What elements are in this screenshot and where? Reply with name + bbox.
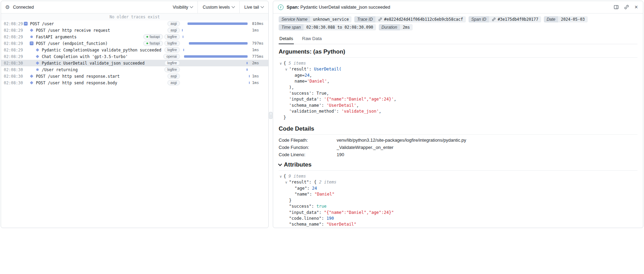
code-token: : [307, 186, 312, 191]
code-detail-label: Code Function: [279, 145, 337, 150]
code-token: 'schema_name' [289, 103, 321, 108]
collapse-toggle-icon[interactable] [24, 22, 28, 26]
tag-list: logfire [162, 60, 182, 66]
span-title-text: Pydantic UserDetail validate_json succee… [300, 4, 390, 10]
code-token: "result" [289, 180, 309, 185]
close-icon[interactable] [634, 4, 638, 10]
trace-row[interactable]: 02:08:30POST /user http send response.st… [1, 73, 268, 79]
collapse-toggle-icon[interactable] [30, 41, 33, 45]
meta-badge-label: Time span [279, 24, 304, 30]
tag-list: asgi [165, 80, 182, 85]
span-name-label: POST /user [30, 21, 54, 26]
code-line: { 5 items [279, 60, 637, 66]
tag-logfire[interactable]: logfire [164, 34, 180, 39]
tag-logfire[interactable]: logfire [164, 41, 180, 46]
tab-details[interactable]: Details [279, 34, 294, 44]
tag-logfire[interactable]: logfire [164, 60, 180, 66]
tag-asgi[interactable]: asgi [167, 28, 180, 33]
dot-span-icon [36, 68, 39, 71]
span-name-label: FastAPI arguments [36, 35, 77, 39]
tab-raw-data[interactable]: Raw Data [301, 34, 323, 44]
duration-bar-track [182, 40, 250, 47]
code-details-grid: Code Filepath:venv/lib/python3.12/site-p… [279, 138, 637, 157]
dot-span-icon [30, 36, 33, 38]
duration-bar [188, 22, 248, 25]
meta-badge-value[interactable]: #3e175db4f0b20177 [489, 16, 541, 22]
code-token: , [379, 109, 381, 114]
code-token: 5 items [286, 61, 306, 66]
tag-logfire[interactable]: logfire [164, 67, 180, 72]
meta-badge-value[interactable]: #e8224d24d41f064b112c6eb9cb58cacf [375, 16, 465, 22]
code-line: 'input_data': '{"name":"Daniel","age":24… [279, 96, 637, 102]
tag-fastapi[interactable]: fastapi [143, 34, 163, 39]
code-token: : [309, 192, 314, 197]
code-token: : [321, 222, 326, 227]
trace-row[interactable]: 02:08:30POST /user http send response.bo… [1, 79, 268, 86]
trace-row[interactable]: 02:08:30/User returninglogfire [1, 66, 268, 73]
code-details-heading: Code Details [279, 125, 637, 135]
code-detail-value: _ValidateWrapper._on_enter [337, 145, 637, 150]
duration-label: 1ms [250, 74, 268, 78]
trace-row[interactable]: 02:08:29Pydantic CompletionUsage validat… [1, 47, 268, 53]
trace-row[interactable]: 02:08:30Pydantic UserDetail validate_jso… [1, 60, 268, 66]
collapse-caret-icon[interactable] [284, 179, 288, 185]
meta-badge-label: Duration [379, 24, 400, 30]
trace-timestamp: 02:08:29 [1, 48, 24, 53]
code-token: "code.lineno" [289, 216, 321, 221]
tag-list: fastapilogfire [141, 41, 182, 46]
trace-timestamp: 02:08:30 [1, 81, 24, 85]
live-tail-dropdown[interactable]: Live tail [239, 1, 268, 13]
code-line: "age": 24 [279, 186, 637, 191]
meta-badge: Date2024-05-03 [544, 16, 588, 22]
code-line: "schema_name": "UserDetail" [279, 221, 637, 227]
link-icon [378, 17, 382, 21]
code-line: } [279, 115, 637, 121]
trace-row-main: POST /user http send response.start [24, 74, 165, 79]
code-line: ), [279, 85, 637, 91]
tag-logfire[interactable]: logfire [164, 47, 180, 53]
app: Connected Visibility Custom levels Live … [0, 0, 644, 229]
dock-panel-icon[interactable] [614, 4, 619, 10]
code-line: "name": "Daniel" [279, 191, 637, 197]
visibility-dropdown[interactable]: Visibility [168, 1, 198, 13]
panel-resize-handle[interactable] [269, 112, 272, 119]
custom-levels-dropdown[interactable]: Custom levels [198, 1, 239, 13]
tag-list: asgi [165, 74, 182, 79]
code-token: : [336, 109, 341, 114]
trace-timestamp: 02:08:29 [1, 21, 24, 26]
collapse-caret-icon[interactable] [279, 173, 283, 179]
trace-row[interactable]: 02:08:29FastAPI argumentsfastapilogfire [1, 34, 268, 40]
panel-gap [269, 1, 273, 228]
trace-row[interactable]: 02:08:29POST /userasgi810ms [1, 20, 268, 27]
tag-asgi[interactable]: asgi [167, 74, 180, 79]
collapse-caret-icon[interactable] [279, 60, 283, 66]
code-line: age=24, [279, 73, 637, 78]
code-token: 2 items [316, 180, 336, 185]
trace-row[interactable]: 02:08:29Chat Completion with 'gpt-3.5-tu… [1, 53, 268, 60]
trace-timestamp: 02:08:29 [1, 35, 24, 39]
tag-openai[interactable]: openai [163, 54, 180, 59]
attributes-collapse-icon[interactable] [278, 162, 282, 166]
info-icon [278, 4, 283, 10]
diamond-span-icon [30, 75, 33, 78]
code-token: : [309, 67, 314, 72]
collapse-caret-icon[interactable] [284, 66, 288, 72]
gear-icon[interactable] [5, 4, 10, 10]
copy-link-icon[interactable] [624, 4, 629, 10]
code-detail-value: venv/lib/python3.12/site-packages/logfir… [337, 138, 637, 143]
code-token: : [321, 216, 326, 221]
code-token: "input_data" [289, 210, 319, 215]
attributes-heading-text: Attributes [284, 161, 311, 168]
code-token: 'result' [289, 67, 309, 72]
tag-asgi[interactable]: asgi [167, 80, 180, 85]
code-token: } [289, 198, 291, 203]
trace-row-main: POST /user (endpoint_function) [24, 41, 141, 46]
connected-label: Connected [13, 5, 33, 10]
trace-row[interactable]: 02:08:29POST /user (endpoint_function)fa… [1, 40, 268, 47]
tag-fastapi[interactable]: fastapi [143, 41, 163, 46]
tag-asgi[interactable]: asgi [167, 21, 180, 26]
code-line: 'validation_method': 'validate_json', [279, 108, 637, 114]
trace-rows-list: 02:08:29POST /userasgi810ms02:08:29POST … [1, 20, 268, 86]
code-token: 'validation_method' [289, 109, 336, 114]
trace-row[interactable]: 02:08:29POST /user http receive requesta… [1, 27, 268, 34]
